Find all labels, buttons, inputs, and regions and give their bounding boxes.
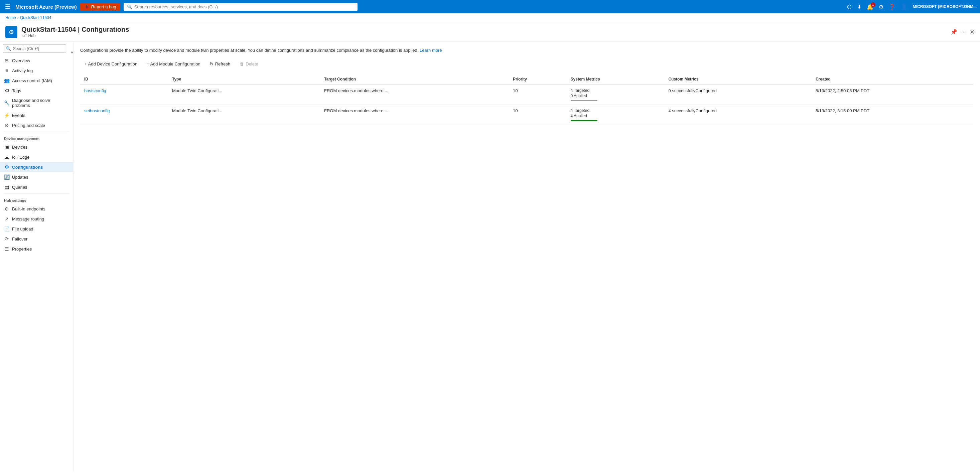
sidebar-item-label: Configurations [12,165,43,170]
cell-created: 5/13/2022, 2:50:05 PM PDT [811,84,973,105]
pin-icon[interactable]: 📌 [951,29,957,35]
search-icon: 🔍 [127,4,132,10]
sidebar-item-message-routing[interactable]: ↗ Message routing [0,214,73,224]
add-device-label: + Add Device Configuration [84,62,137,67]
user-org: MICROSOFT (MICROSOFT.ONM... [913,4,977,9]
feedback-icon[interactable]: ⬇ [857,4,861,10]
sidebar-item-queries[interactable]: ▤ Queries [0,182,73,192]
devices-icon: ▣ [4,144,10,150]
section-label-hub-settings: Hub settings [0,195,73,204]
global-search[interactable]: 🔍 [124,3,358,11]
sidebar-item-diagnose[interactable]: 🔧 Diagnose and solve problems [0,95,73,110]
breadcrumb-home[interactable]: Home [5,15,16,20]
configurations-table: ID Type Target Condition Priority System… [80,74,973,125]
cell-system-metrics: 4 Targeted 4 Applied [567,105,665,125]
sidebar-item-configurations[interactable]: ⚙ Configurations [0,162,73,172]
endpoints-icon: ⊙ [4,206,10,211]
sidebar-item-devices[interactable]: ▣ Devices [0,142,73,152]
resource-title-block: QuickStart-11504 | Configurations IoT Hu… [21,26,947,38]
help-icon[interactable]: ❓ [889,4,896,10]
sidebar-item-properties[interactable]: ☰ Properties [0,244,73,254]
resource-title: QuickStart-11504 | Configurations [21,26,947,33]
sidebar-collapse-button[interactable]: « [69,49,73,56]
sidebar-item-iot-edge[interactable]: ☁ IoT Edge [0,152,73,162]
sidebar-item-label: Message routing [12,216,44,221]
sidebar-item-file-upload[interactable]: 📄 File upload [0,224,73,234]
sidebar-item-tags[interactable]: 🏷 Tags [0,86,73,95]
queries-icon: ▤ [4,184,10,190]
sidebar-item-updates[interactable]: 🔄 Updates [0,172,73,182]
sidebar-item-label: Devices [12,144,27,150]
file-upload-icon: 📄 [4,226,10,232]
main-layout: 🔍 « ⊟ Overview ≡ Activity log 👥 Access c… [0,42,980,471]
config-link[interactable]: hostsconfig [84,88,106,93]
breadcrumb: Home › QuickStart-11504 [0,13,980,22]
description-bar: Configurations provide the ability to mo… [80,47,973,54]
failover-icon: ⟳ [4,236,10,241]
config-link[interactable]: sethostconfig [84,108,110,113]
topbar: ☰ Microsoft Azure (Preview) 🐞 Report a b… [0,0,980,13]
notification-icon[interactable]: 🔔 1 [867,4,873,10]
metrics-progress-bar [571,120,597,121]
notification-badge: 1 [871,2,875,7]
search-input[interactable] [134,4,354,10]
metrics-progress-bar [571,100,597,101]
sidebar-item-activity-log[interactable]: ≡ Activity log [0,65,73,76]
sidebar-search[interactable]: 🔍 [3,44,66,53]
bug-icon: 🐞 [84,4,89,10]
more-options-icon[interactable]: ··· [961,29,966,35]
sidebar-item-label: Properties [12,246,32,252]
sidebar-item-label: Built-in endpoints [12,206,45,211]
sidebar-divider-1 [4,132,69,132]
breadcrumb-resource[interactable]: QuickStart-11504 [20,15,51,20]
message-routing-icon: ↗ [4,216,10,221]
cell-custom-metrics: 4 successfullyConfigured [664,105,811,125]
iot-edge-icon: ☁ [4,154,10,160]
sidebar-item-label: Queries [12,185,27,190]
diagnose-icon: 🔧 [4,100,10,106]
sidebar-item-label: Tags [12,88,21,93]
cloudshell-icon[interactable]: ⬡ [847,4,852,10]
report-bug-label: Report a bug [91,4,116,10]
updates-icon: 🔄 [4,175,10,180]
sidebar-search-icon: 🔍 [6,46,11,51]
tags-icon: 🏷 [4,88,10,93]
cell-type: Module Twin Configurati... [168,84,320,105]
cell-type: Module Twin Configurati... [168,105,320,125]
add-module-config-button[interactable]: + Add Module Configuration [142,59,205,69]
table-row: sethostconfig Module Twin Configurati...… [80,105,973,125]
person-icon[interactable]: 👤 [901,4,907,10]
sidebar-item-label: Overview [12,58,30,63]
report-bug-button[interactable]: 🐞 Report a bug [80,3,120,11]
cell-system-metrics: 4 Targeted 0 Applied [567,84,665,105]
learn-more-link[interactable]: Learn more [420,48,442,53]
cell-custom-metrics: 0 successfullyConfigured [664,84,811,105]
settings-icon[interactable]: ⚙ [879,4,883,10]
sidebar-item-access-control[interactable]: 👥 Access control (IAM) [0,76,73,86]
sidebar-item-pricing[interactable]: ⊙ Pricing and scale [0,120,73,130]
content-area: Configurations provide the ability to mo… [73,42,980,471]
app-title: Microsoft Azure (Preview) [15,4,77,10]
sidebar-item-label: File upload [12,227,33,232]
sidebar-item-overview[interactable]: ⊟ Overview [0,56,73,65]
col-id: ID [80,74,168,84]
delete-icon: 🗑 [240,62,244,67]
col-priority: Priority [509,74,567,84]
refresh-button[interactable]: ↻ Refresh [205,59,235,69]
sidebar-item-failover[interactable]: ⟳ Failover [0,234,73,244]
hamburger-icon[interactable]: ☰ [3,2,12,12]
sidebar-item-events[interactable]: ⚡ Events [0,110,73,120]
sidebar: 🔍 « ⊟ Overview ≡ Activity log 👥 Access c… [0,42,73,471]
cell-target-condition: FROM devices.modules where ... [320,105,509,125]
refresh-label: Refresh [215,62,231,67]
cell-priority: 10 [509,105,567,125]
sidebar-item-label: Events [12,113,25,118]
close-icon[interactable]: ✕ [970,29,975,36]
add-module-label: + Add Module Configuration [147,62,200,67]
sidebar-search-input[interactable] [13,46,63,51]
add-device-config-button[interactable]: + Add Device Configuration [80,59,142,69]
delete-button[interactable]: 🗑 Delete [235,59,262,69]
cell-created: 5/13/2022, 3:15:00 PM PDT [811,105,973,125]
sidebar-item-built-in-endpoints[interactable]: ⊙ Built-in endpoints [0,204,73,214]
table-header-row: ID Type Target Condition Priority System… [80,74,973,84]
